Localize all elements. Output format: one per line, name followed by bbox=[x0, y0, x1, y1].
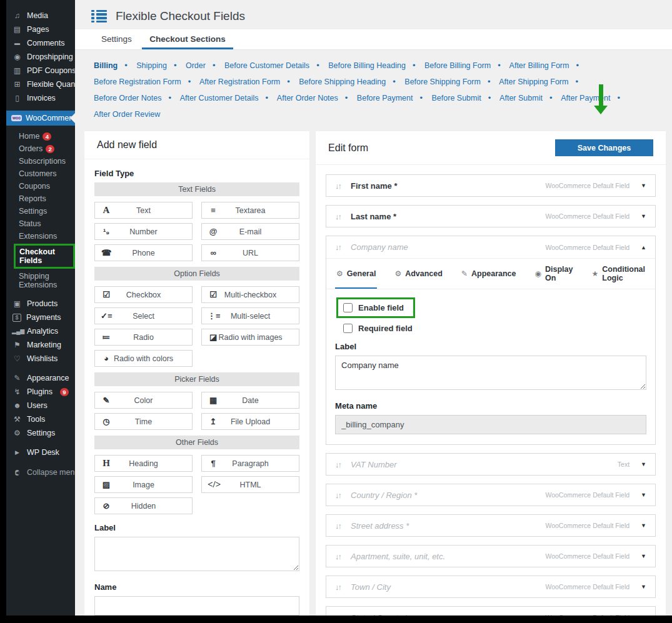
sidebar-item-pdf-coupons[interactable]: ▥ PDF Coupons bbox=[6, 64, 75, 77]
sidebar-item-invoices[interactable]: ▯ Invoices bbox=[6, 91, 75, 105]
woocommerce-submenu-item[interactable]: Customers bbox=[6, 167, 75, 180]
form-field-row[interactable]: ↓↑ Street address * WooCommerce Default … bbox=[326, 514, 656, 537]
sidebar-item-payments[interactable]: $ Payments bbox=[6, 311, 75, 324]
new-field-label-textarea[interactable] bbox=[94, 537, 299, 571]
field-type-button[interactable]: ▨Image bbox=[94, 476, 193, 493]
field-type-button[interactable]: ∞URL bbox=[201, 244, 299, 261]
section-link[interactable]: After Submit bbox=[499, 94, 543, 102]
chevron-down-icon[interactable]: ▼ bbox=[641, 461, 646, 467]
form-field-row[interactable]: ↓↑ Town / City WooCommerce Default Field… bbox=[326, 576, 656, 598]
sidebar-item-wishlists[interactable]: ♡ Wishlists bbox=[6, 352, 75, 366]
sidebar-item-tools[interactable]: ⚒ Tools bbox=[6, 412, 75, 426]
drag-handle-icon[interactable]: ↓↑ bbox=[335, 552, 341, 561]
field-type-button[interactable]: ◷Time bbox=[94, 413, 193, 430]
field-type-button[interactable]: ◕Radio with colors bbox=[94, 350, 193, 367]
section-link[interactable]: Billing bbox=[94, 61, 118, 70]
form-field-row[interactable]: ↓↑ State / County * WooCommerce Default … bbox=[326, 606, 656, 616]
field-label-textarea[interactable]: Company name bbox=[335, 356, 646, 390]
section-link[interactable]: Before Submit bbox=[432, 94, 481, 102]
woocommerce-submenu-item[interactable]: Coupons bbox=[6, 180, 75, 192]
woocommerce-submenu-item[interactable]: Extensions bbox=[6, 230, 75, 242]
form-field-row[interactable]: ↓↑ Country / Region * WooCommerce Defaul… bbox=[326, 484, 656, 506]
field-settings-tab[interactable]: ✎Appearance bbox=[460, 259, 518, 289]
field-type-button[interactable]: ✓≡Select bbox=[94, 307, 193, 324]
new-field-name-input[interactable] bbox=[94, 596, 299, 616]
woocommerce-submenu-item[interactable]: Shipping Extensions bbox=[6, 270, 75, 291]
field-type-button[interactable]: ◪Radio with images bbox=[201, 329, 299, 346]
drag-handle-icon[interactable]: ↓↑ bbox=[335, 521, 341, 531]
chevron-down-icon[interactable]: ▼ bbox=[641, 584, 646, 590]
section-link[interactable]: Shipping bbox=[136, 61, 167, 70]
sidebar-item-comments[interactable]: ▬ Comments bbox=[6, 36, 75, 50]
section-link[interactable]: Before Shipping Heading bbox=[299, 77, 386, 86]
tab-settings[interactable]: Settings bbox=[94, 29, 139, 49]
field-settings-tab[interactable]: ★Conditional Logic bbox=[590, 259, 646, 289]
field-type-button[interactable]: ↥File Upload bbox=[201, 413, 299, 430]
section-link[interactable]: Before Billing Heading bbox=[328, 61, 406, 70]
sidebar-item-pages[interactable]: ▤ Pages bbox=[6, 22, 75, 36]
field-settings-tab[interactable]: ◉Display On bbox=[534, 259, 574, 289]
section-link[interactable]: After Registration Form bbox=[199, 77, 280, 86]
chevron-up-icon[interactable]: ▲ bbox=[641, 244, 646, 251]
section-link[interactable]: After Billing Form bbox=[509, 61, 569, 70]
chevron-down-icon[interactable]: ▼ bbox=[641, 182, 646, 189]
chevron-down-icon[interactable]: ▼ bbox=[641, 522, 646, 529]
sidebar-item-marketing[interactable]: ⚑ Marketing bbox=[6, 338, 75, 352]
form-field-row[interactable]: ↓↑ VAT Number Text ▼ bbox=[326, 453, 656, 476]
sidebar-item-woocommerce[interactable]: woo WooCommerce bbox=[6, 111, 75, 126]
sidebar-item-products[interactable]: ▣ Products bbox=[6, 297, 75, 311]
chevron-down-icon[interactable]: ▼ bbox=[641, 213, 646, 219]
drag-handle-icon[interactable]: ↓↑ bbox=[335, 181, 341, 191]
field-type-button[interactable]: ☑Multi-checkbox bbox=[201, 286, 299, 303]
woocommerce-submenu-item[interactable]: Reports bbox=[6, 192, 75, 205]
sidebar-item-media[interactable]: ♫ Media bbox=[6, 9, 75, 22]
section-link[interactable]: Before Payment bbox=[357, 94, 413, 102]
sidebar-item-settings[interactable]: ⚙ Settings bbox=[6, 426, 75, 440]
section-link[interactable]: Before Registration Form bbox=[94, 77, 181, 86]
drag-handle-icon[interactable]: ↓↑ bbox=[335, 582, 341, 592]
field-type-button[interactable]: HHeading bbox=[94, 455, 193, 472]
drag-handle-icon[interactable]: ↓↑ bbox=[335, 460, 341, 469]
section-link[interactable]: After Customer Details bbox=[180, 94, 259, 102]
company-name-row[interactable]: ↓↑ Company name WooCommerce Default Fiel… bbox=[326, 236, 655, 259]
sidebar-item-analytics[interactable]: ▂▄▆ Analytics bbox=[6, 324, 75, 338]
woocommerce-submenu-item[interactable]: Status bbox=[6, 217, 75, 230]
field-settings-tab[interactable]: ⚙General bbox=[335, 259, 377, 289]
chevron-down-icon[interactable]: ▼ bbox=[641, 553, 646, 559]
drag-handle-icon[interactable]: ↓↑ bbox=[335, 242, 341, 252]
chevron-down-icon[interactable]: ▼ bbox=[641, 492, 646, 498]
field-type-button[interactable]: ⋮≡Multi-select bbox=[201, 307, 299, 324]
field-type-button[interactable]: ≔Radio bbox=[94, 329, 193, 346]
field-settings-tab[interactable]: ⚙Advanced bbox=[393, 259, 444, 289]
form-field-row[interactable]: ↓↑ Apartment, suite, unit, etc. WooComme… bbox=[326, 545, 656, 567]
field-type-button[interactable]: ▦Date bbox=[201, 392, 299, 409]
field-type-button[interactable]: ≡Textarea bbox=[201, 202, 299, 219]
field-type-button[interactable]: ¹₉Number bbox=[94, 223, 193, 240]
sidebar-item-dropshipping-xml[interactable]: ◉ Dropshipping XML bbox=[6, 50, 75, 64]
sidebar-item-wp-desk[interactable]: ▶ WP Desk bbox=[6, 446, 75, 459]
woocommerce-submenu-item[interactable]: Home4 bbox=[6, 130, 75, 142]
section-link[interactable]: After Payment bbox=[561, 94, 610, 102]
field-type-button[interactable]: AText bbox=[94, 202, 193, 219]
form-field-row[interactable]: ↓↑ First name * WooCommerce Default Fiel… bbox=[326, 174, 656, 197]
drag-handle-icon[interactable]: ↓↑ bbox=[335, 212, 341, 221]
tab-checkout-sections[interactable]: Checkout Sections bbox=[142, 29, 233, 49]
woocommerce-submenu-item[interactable]: Subscriptions bbox=[6, 155, 75, 167]
field-type-button[interactable]: ☑Checkbox bbox=[94, 286, 193, 303]
field-type-button[interactable]: ☎Phone bbox=[94, 244, 193, 261]
sidebar-item-plugins[interactable]: ↯ Plugins 9 bbox=[6, 385, 75, 399]
enable-field-checkbox[interactable] bbox=[343, 303, 353, 312]
section-link[interactable]: Before Customer Details bbox=[224, 61, 309, 70]
field-type-button[interactable]: ✎Color bbox=[94, 392, 193, 409]
woocommerce-submenu-item[interactable]: Orders2 bbox=[6, 142, 75, 155]
required-field-checkbox[interactable] bbox=[343, 324, 353, 333]
save-changes-button[interactable]: Save Changes bbox=[555, 139, 653, 156]
sidebar-item-appearance[interactable]: ✎ Appearance bbox=[6, 371, 75, 385]
section-link[interactable]: After Order Notes bbox=[277, 94, 338, 102]
section-link[interactable]: Before Billing Form bbox=[424, 61, 491, 70]
drag-handle-icon[interactable]: ↓↑ bbox=[335, 491, 341, 500]
form-field-row[interactable]: ↓↑ Last name * WooCommerce Default Field… bbox=[326, 205, 656, 227]
sidebar-item-flexible-quantity[interactable]: ⊞ Flexible Quantity bbox=[6, 77, 75, 91]
section-link[interactable]: Order bbox=[186, 61, 206, 70]
field-type-button[interactable]: ¶Paragraph bbox=[201, 455, 299, 472]
